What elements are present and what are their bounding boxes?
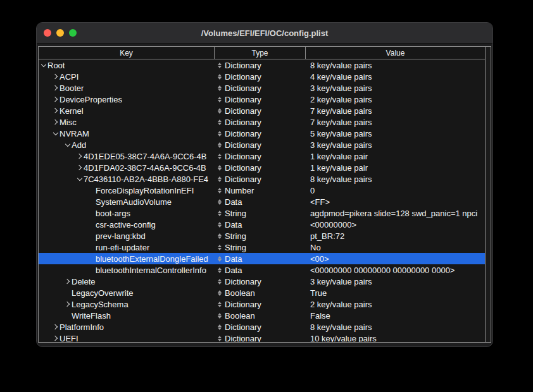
row-value[interactable]: <00>: [306, 253, 485, 264]
disclosure-collapsed-icon[interactable]: [64, 298, 72, 310]
row-value[interactable]: <00000000 00000000 00000000 0000>: [306, 264, 485, 276]
row-type-popup[interactable]: Dictionary: [215, 105, 306, 116]
row-value[interactable]: 1 key/value pair: [306, 162, 485, 173]
table-row[interactable]: AddDictionary3 key/value pairs: [39, 139, 485, 150]
row-value[interactable]: 4 key/value pairs: [306, 71, 485, 82]
row-type-popup[interactable]: Dictionary: [215, 321, 306, 333]
table-row[interactable]: prev-lang:kbdStringpt_BR:72: [39, 230, 485, 242]
table-row[interactable]: NVRAMDictionary5 key/value pairs: [39, 128, 485, 139]
disclosure-collapsed-icon[interactable]: [76, 150, 84, 162]
row-type-popup[interactable]: Dictionary: [215, 116, 306, 128]
table-row[interactable]: BooterDictionary3 key/value pairs: [39, 82, 485, 94]
row-value[interactable]: 8 key/value pairs: [306, 321, 485, 333]
disclosure-collapsed-icon[interactable]: [52, 333, 60, 342]
table-row[interactable]: bluetoothInternalControllerInfoData<0000…: [39, 264, 485, 276]
table-row[interactable]: bluetoothExternalDongleFailedData<00>: [39, 253, 485, 264]
row-value[interactable]: 7 key/value pairs: [306, 116, 485, 128]
table-row[interactable]: MiscDictionary7 key/value pairs: [39, 116, 485, 128]
row-type-popup[interactable]: Boolean: [215, 310, 306, 321]
row-value[interactable]: 3 key/value pairs: [306, 276, 485, 287]
table-row[interactable]: PlatformInfoDictionary8 key/value pairs: [39, 321, 485, 333]
row-type-popup[interactable]: String: [215, 242, 306, 253]
row-type-popup[interactable]: Dictionary: [215, 139, 306, 150]
row-type-popup[interactable]: Number: [215, 185, 306, 196]
minimize-button[interactable]: [56, 29, 64, 37]
row-type-popup[interactable]: Dictionary: [215, 298, 306, 310]
disclosure-collapsed-icon[interactable]: [52, 116, 60, 128]
row-value[interactable]: 0: [306, 185, 485, 196]
row-value[interactable]: 7 key/value pairs: [306, 105, 485, 116]
row-type-popup[interactable]: Data: [215, 253, 306, 264]
row-type-popup[interactable]: Data: [215, 196, 306, 207]
table-row[interactable]: RootDictionary8 key/value pairs: [39, 59, 485, 71]
table-row[interactable]: csr-active-configData<00000000>: [39, 219, 485, 230]
row-value[interactable]: False: [306, 310, 485, 321]
disclosure-collapsed-icon[interactable]: [52, 71, 60, 82]
disclosure-expanded-icon[interactable]: [40, 59, 47, 71]
row-value[interactable]: 2 key/value pairs: [306, 298, 485, 310]
row-type-popup[interactable]: Dictionary: [215, 150, 306, 162]
row-value[interactable]: 10 key/value pairs: [306, 333, 485, 342]
title-bar[interactable]: /Volumes/EFI/EFI/OC/config.plist: [37, 23, 492, 44]
table-row[interactable]: 4D1FDA02-38C7-4A6A-9CC6-4BDictionary1 ke…: [39, 162, 485, 173]
row-value[interactable]: True: [306, 287, 485, 298]
row-value[interactable]: 3 key/value pairs: [306, 82, 485, 94]
row-type-popup[interactable]: Dictionary: [215, 173, 306, 185]
row-type-popup[interactable]: Dictionary: [215, 94, 306, 105]
table-row[interactable]: SystemAudioVolumeData<FF>: [39, 196, 485, 207]
table-row[interactable]: UEFIDictionary10 key/value pairs: [39, 333, 485, 342]
row-type-popup[interactable]: Data: [215, 264, 306, 276]
zoom-button[interactable]: [69, 29, 77, 37]
disclosure-collapsed-icon[interactable]: [76, 162, 84, 173]
row-value[interactable]: 1 key/value pair: [306, 150, 485, 162]
type-popup-arrows-icon: [218, 245, 222, 250]
disclosure-expanded-icon[interactable]: [52, 128, 60, 139]
table-row[interactable]: 4D1EDE05-38C7-4A6A-9CC6-4BDictionary1 ke…: [39, 150, 485, 162]
disclosure-expanded-icon[interactable]: [64, 139, 72, 150]
close-button[interactable]: [44, 29, 51, 37]
row-type-popup[interactable]: String: [215, 207, 306, 219]
row-type-popup[interactable]: Dictionary: [215, 82, 306, 94]
table-row[interactable]: boot-argsStringagdpmod=pikera slide=128 …: [39, 207, 485, 219]
row-value[interactable]: <FF>: [306, 196, 485, 207]
table-row[interactable]: DevicePropertiesDictionary2 key/value pa…: [39, 94, 485, 105]
row-value[interactable]: pt_BR:72: [306, 230, 485, 242]
table-row[interactable]: run-efi-updaterStringNo: [39, 242, 485, 253]
table-row[interactable]: ForceDisplayRotationInEFINumber0: [39, 185, 485, 196]
row-value[interactable]: agdpmod=pikera slide=128 swd_panic=1 npc…: [306, 207, 485, 219]
row-value[interactable]: 5 key/value pairs: [306, 128, 485, 139]
row-type-popup[interactable]: Dictionary: [215, 276, 306, 287]
disclosure-collapsed-icon[interactable]: [52, 105, 60, 116]
disclosure-collapsed-icon[interactable]: [52, 94, 60, 105]
row-value[interactable]: 8 key/value pairs: [306, 59, 485, 71]
column-header-key[interactable]: Key: [39, 47, 215, 59]
row-value[interactable]: No: [306, 242, 485, 253]
vertical-scrollbar[interactable]: [485, 47, 491, 342]
row-value[interactable]: 2 key/value pairs: [306, 94, 485, 105]
column-header-type[interactable]: Type: [215, 47, 306, 59]
table-row[interactable]: KernelDictionary7 key/value pairs: [39, 105, 485, 116]
row-type-popup[interactable]: Dictionary: [215, 333, 306, 342]
table-row[interactable]: WriteFlashBooleanFalse: [39, 310, 485, 321]
row-type-popup[interactable]: Dictionary: [215, 71, 306, 82]
row-value[interactable]: 8 key/value pairs: [306, 173, 485, 185]
key-cell: SystemAudioVolume: [39, 196, 215, 207]
column-header-value[interactable]: Value: [306, 47, 485, 59]
row-type-popup[interactable]: Data: [215, 219, 306, 230]
row-type-popup[interactable]: String: [215, 230, 306, 242]
row-type-popup[interactable]: Dictionary: [215, 128, 306, 139]
table-row[interactable]: ACPIDictionary4 key/value pairs: [39, 71, 485, 82]
row-type-popup[interactable]: Boolean: [215, 287, 306, 298]
table-row[interactable]: LegacyOverwriteBooleanTrue: [39, 287, 485, 298]
row-type-popup[interactable]: Dictionary: [215, 59, 306, 71]
disclosure-collapsed-icon[interactable]: [64, 276, 72, 287]
row-type-popup[interactable]: Dictionary: [215, 162, 306, 173]
table-row[interactable]: DeleteDictionary3 key/value pairs: [39, 276, 485, 287]
row-value[interactable]: <00000000>: [306, 219, 485, 230]
disclosure-collapsed-icon[interactable]: [52, 82, 60, 94]
table-row[interactable]: LegacySchemaDictionary2 key/value pairs: [39, 298, 485, 310]
disclosure-expanded-icon[interactable]: [76, 173, 84, 185]
row-value[interactable]: 3 key/value pairs: [306, 139, 485, 150]
disclosure-collapsed-icon[interactable]: [52, 321, 60, 333]
table-row[interactable]: 7C436110-AB2A-4BBB-A880-FE4Dictionary8 k…: [39, 173, 485, 185]
